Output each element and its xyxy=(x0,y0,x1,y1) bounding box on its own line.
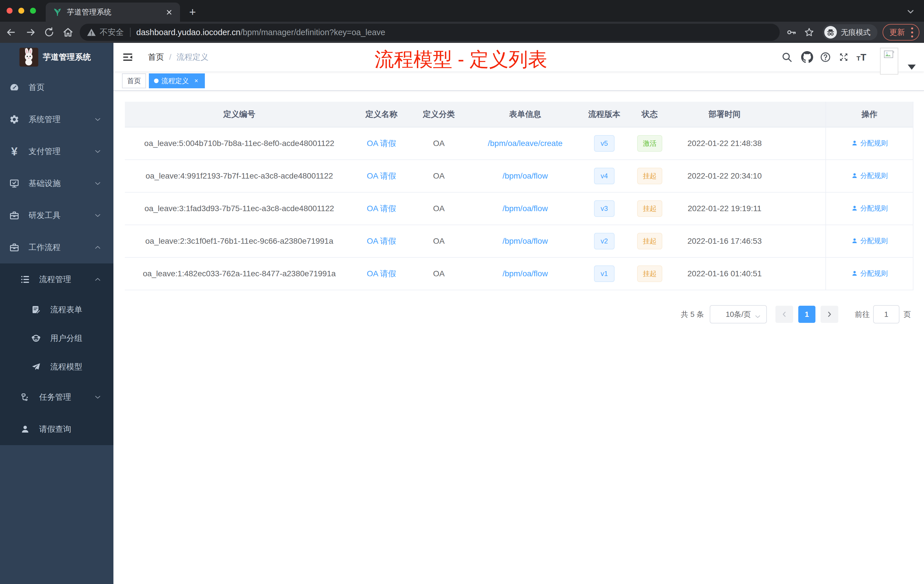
omnibox-divider xyxy=(130,28,130,37)
sidebar-item-label: 流程表单 xyxy=(50,304,82,315)
github-icon[interactable] xyxy=(801,51,813,63)
cell-version: v2 xyxy=(582,233,627,249)
sidebar-item-leave-query[interactable]: 请假查询 xyxy=(0,413,114,445)
tag-close-icon[interactable]: × xyxy=(193,78,200,84)
window-minimize-button[interactable] xyxy=(18,8,24,14)
sidebar-item-process-form[interactable]: 流程表单 xyxy=(0,295,114,324)
table-row: oa_leave:4:991f2193-7b7f-11ec-a3c8-acde4… xyxy=(125,160,913,193)
cell-action[interactable]: 分配规则 xyxy=(825,171,913,181)
send-icon xyxy=(31,362,41,372)
tab-close-icon[interactable] xyxy=(164,7,174,17)
home-icon[interactable] xyxy=(61,26,74,39)
chevron-down-icon xyxy=(94,212,101,219)
cell-definition-name-link[interactable]: OA 请假 xyxy=(354,236,409,247)
font-size-icon[interactable]: TT xyxy=(856,51,868,63)
cell-action[interactable]: 分配规则 xyxy=(825,269,913,279)
avatar-broken-image[interactable] xyxy=(880,48,898,74)
forward-icon[interactable] xyxy=(24,26,38,39)
new-tab-button[interactable]: + xyxy=(186,6,199,19)
column-header: 定义名称 xyxy=(354,109,409,120)
prev-page-button[interactable] xyxy=(776,306,793,323)
sidebar-logo[interactable]: 芋道管理系统 xyxy=(0,43,114,71)
caret-down-icon xyxy=(908,64,916,70)
cell-definition-name-link[interactable]: OA 请假 xyxy=(354,203,409,214)
table-row: oa_leave:5:004b710b-7b8a-11ec-8ef0-acde4… xyxy=(125,127,913,160)
cell-form-link[interactable]: /bpm/oa/flow xyxy=(469,269,582,278)
sidebar-item-user-group[interactable]: 用户分组 xyxy=(0,324,114,353)
cell-form-link[interactable]: /bpm/oa/leave/create xyxy=(469,139,582,148)
browser-tab[interactable]: 芋道管理系统 xyxy=(46,3,180,22)
toolbox-icon xyxy=(9,210,20,221)
cell-action[interactable]: 分配规则 xyxy=(825,139,913,148)
cell-action[interactable]: 分配规则 xyxy=(825,204,913,214)
url-path: /bpm/manager/definition?key=oa_leave xyxy=(240,28,385,37)
bookmark-star-icon[interactable] xyxy=(803,26,816,39)
cell-version: v4 xyxy=(582,168,627,184)
sidebar-item-process-mgmt[interactable]: 流程管理 xyxy=(0,264,114,295)
table-right-border xyxy=(913,102,913,290)
sidebar-item-label: 首页 xyxy=(28,82,45,93)
sidebar-item-devtools[interactable]: 研发工具 xyxy=(0,200,114,231)
sidebar-item-label: 用户分组 xyxy=(50,333,82,344)
fullscreen-icon[interactable] xyxy=(837,51,850,63)
column-header: 表单信息 xyxy=(469,109,582,120)
tag-current[interactable]: 流程定义 × xyxy=(149,73,205,88)
cell-definition-name-link[interactable]: OA 请假 xyxy=(354,171,409,181)
sidebar-item-workflow[interactable]: 工作流程 xyxy=(0,231,114,264)
cell-form-link[interactable]: /bpm/oa/flow xyxy=(469,204,582,213)
cell-definition-name-link[interactable]: OA 请假 xyxy=(354,268,409,279)
cell-form-link[interactable]: /bpm/oa/flow xyxy=(469,237,582,246)
address-bar[interactable]: 不安全 dashboard.yudao.iocoder.cn/bpm/manag… xyxy=(80,24,780,41)
tab-search-chevron-icon[interactable] xyxy=(906,7,916,16)
sidebar-item-process-model[interactable]: 流程模型 xyxy=(0,353,114,381)
window-zoom-button[interactable] xyxy=(30,8,36,14)
cell-definition-id: oa_leave:1:482ec033-762a-11ec-8477-a2380… xyxy=(125,269,354,278)
sidebar-item-system[interactable]: 系统管理 xyxy=(0,104,114,135)
cell-status: 挂起 xyxy=(627,200,673,217)
tree-list-icon xyxy=(20,274,30,285)
window-close-button[interactable] xyxy=(7,8,13,14)
url-text[interactable]: dashboard.yudao.iocoder.cn/bpm/manager/d… xyxy=(136,28,780,37)
goto-page-input[interactable]: 1 xyxy=(873,305,899,323)
fixed-column-left-border xyxy=(825,102,826,290)
cell-definition-id: oa_leave:3:1fad3d93-7b75-11ec-a3c8-acde4… xyxy=(125,204,354,213)
cell-status: 挂起 xyxy=(627,168,673,184)
security-label[interactable]: 不安全 xyxy=(100,27,124,38)
sidebar-item-task-mgmt[interactable]: 任务管理 xyxy=(0,381,114,413)
table-body: oa_leave:5:004b710b-7b8a-11ec-8ef0-acde4… xyxy=(125,127,913,290)
goto-label: 前往 xyxy=(855,309,870,319)
update-label: 更新 xyxy=(889,27,905,38)
tag-home[interactable]: 首页 xyxy=(122,73,146,88)
cell-definition-id: oa_leave:4:991f2193-7b7f-11ec-a3c8-acde4… xyxy=(125,172,354,181)
reload-icon[interactable] xyxy=(43,26,56,39)
table-header-row: 定义编号 定义名称 定义分类 表单信息 流程版本 状态 部署时间 操作 xyxy=(125,102,913,127)
sidebar-item-label: 基础设施 xyxy=(28,178,61,189)
update-button[interactable]: 更新 xyxy=(883,24,919,41)
back-icon[interactable] xyxy=(4,26,17,39)
help-icon[interactable] xyxy=(819,51,832,63)
column-header: 定义编号 xyxy=(125,109,354,120)
cell-form-link[interactable]: /bpm/oa/flow xyxy=(469,172,582,181)
next-page-button[interactable] xyxy=(820,306,838,323)
tag-label: 流程定义 xyxy=(162,76,189,86)
navbar: 首页 / 流程定义 流程模型 - 定义列表 TT xyxy=(114,43,924,71)
cell-deploy-time: 2022-01-22 21:48:38 xyxy=(673,139,777,148)
cell-definition-name-link[interactable]: OA 请假 xyxy=(354,138,409,149)
browser-toolbar: 不安全 dashboard.yudao.iocoder.cn/bpm/manag… xyxy=(0,22,924,43)
active-dot xyxy=(154,79,158,83)
page-size-select[interactable]: 10条/页 xyxy=(710,305,767,323)
search-icon[interactable] xyxy=(780,51,793,63)
cell-version: v3 xyxy=(582,200,627,217)
page-number-button[interactable]: 1 xyxy=(798,306,815,323)
yen-icon: ¥ xyxy=(9,146,20,157)
browser-menu-icon[interactable] xyxy=(909,26,915,39)
chevron-down-icon xyxy=(94,180,101,187)
sidebar-item-payment[interactable]: ¥ 支付管理 xyxy=(0,135,114,167)
sidebar-item-infra[interactable]: 基础设施 xyxy=(0,167,114,200)
monitor-check-icon xyxy=(9,178,20,188)
cell-action[interactable]: 分配规则 xyxy=(825,236,913,246)
sidebar-item-home[interactable]: 首页 xyxy=(0,71,114,104)
password-key-icon[interactable] xyxy=(785,26,798,39)
flow-icon xyxy=(20,392,30,402)
table-row: oa_leave:3:1fad3d93-7b75-11ec-a3c8-acde4… xyxy=(125,193,913,225)
